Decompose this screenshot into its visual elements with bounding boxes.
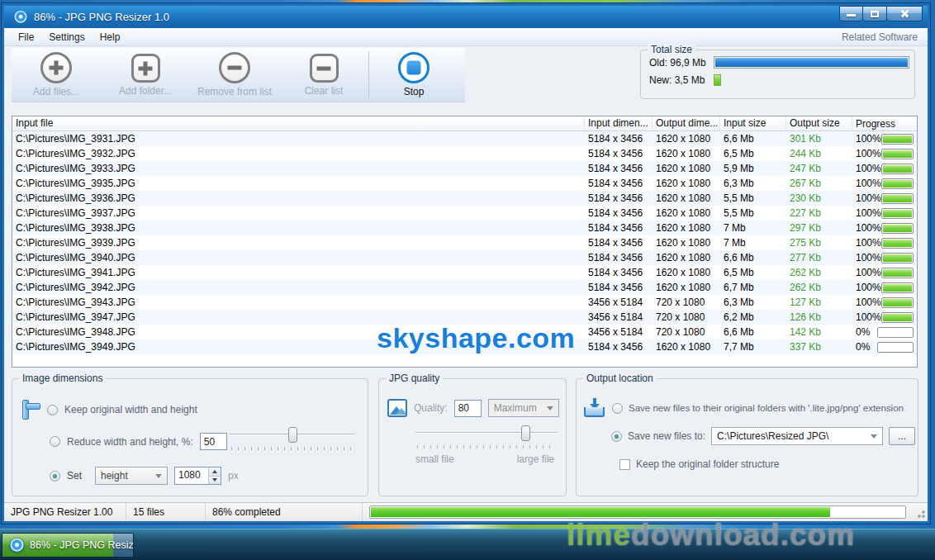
app-icon — [14, 11, 27, 24]
taskbar-app-button[interactable]: 86% - JPG PNG Resiz... — [2, 533, 134, 558]
cell-progress: 100% — [852, 297, 917, 308]
table-row[interactable]: C:\Pictures\IMG_3942.JPG5184 x 34561620 … — [12, 280, 917, 295]
taskbar-app-label: 86% - JPG PNG Resiz... — [30, 539, 134, 551]
cell-input-size: 7,7 Mb — [720, 341, 786, 353]
quality-slider[interactable] — [415, 425, 558, 450]
table-row[interactable]: C:\Pictures\IMG_3937.JPG5184 x 34561620 … — [12, 206, 917, 221]
cell-output-dimensions: 1620 x 1080 — [653, 282, 720, 293]
status-progress-bar — [369, 505, 906, 519]
cell-output-dimensions: 1620 x 1080 — [653, 341, 720, 353]
row-progress-bar — [881, 297, 914, 308]
col-output-dimensions[interactable]: Output dime... — [653, 116, 720, 131]
cell-progress: 100% — [852, 178, 917, 189]
cell-input-dimensions: 5184 x 3456 — [585, 237, 653, 249]
cell-input-size: 6,5 Mb — [720, 267, 786, 278]
cell-output-size: 127 Kb — [786, 297, 852, 308]
keep-folder-structure-checkbox[interactable] — [619, 459, 630, 470]
table-row[interactable]: C:\Pictures\IMG_3940.JPG5184 x 34561620 … — [12, 250, 917, 265]
quality-input[interactable] — [454, 400, 482, 417]
browse-button[interactable]: ... — [889, 427, 915, 445]
cell-input-dimensions: 5184 x 3456 — [585, 192, 653, 204]
status-app-version: JPG PNG Resizer 1.00 — [4, 503, 126, 521]
stepper-up-icon[interactable] — [209, 467, 221, 476]
height-value-stepper[interactable]: 1080 — [174, 467, 221, 485]
cell-input-dimensions: 5184 x 3456 — [585, 148, 653, 159]
table-row[interactable]: C:\Pictures\IMG_3936.JPG5184 x 34561620 … — [12, 191, 917, 206]
cell-input-size: 6,5 Mb — [720, 148, 786, 159]
col-input-size[interactable]: Input size — [720, 116, 786, 131]
close-button[interactable] — [887, 6, 923, 21]
minimize-button[interactable] — [839, 6, 863, 21]
col-progress[interactable]: Progress — [852, 116, 917, 131]
cell-progress: 0% — [852, 326, 917, 338]
reduce-percent-slider[interactable] — [230, 427, 355, 452]
chevron-down-icon — [155, 474, 162, 478]
add-folder-icon — [131, 54, 160, 83]
save-new-files-radio[interactable] — [611, 431, 622, 442]
cell-input-dimensions: 3456 x 5184 — [585, 297, 653, 308]
output-path-combobox[interactable]: C:\Pictures\Resized JPG\ — [711, 427, 883, 445]
set-dimension-radio[interactable] — [50, 471, 60, 482]
table-row[interactable]: C:\Pictures\IMG_3941.JPG5184 x 34561620 … — [12, 265, 917, 280]
table-row[interactable]: C:\Pictures\IMG_3931.JPG5184 x 34561620 … — [12, 131, 917, 146]
reduce-percent-label: Reduce width and height, %: — [67, 436, 193, 448]
cell-input-file: C:\Pictures\IMG_3931.JPG — [12, 133, 585, 145]
stop-icon — [398, 52, 430, 83]
cell-input-dimensions: 5184 x 3456 — [585, 267, 653, 278]
cell-input-size: 6,3 Mb — [720, 178, 786, 189]
cell-output-dimensions: 720 x 1080 — [653, 311, 720, 323]
save-original-folders-label: Save new files to their original folders… — [629, 403, 904, 413]
reduce-percent-input[interactable] — [200, 433, 227, 450]
cell-output-size: 126 Kb — [786, 311, 852, 323]
cell-input-file: C:\Pictures\IMG_3940.JPG — [12, 252, 585, 263]
add-files-icon — [40, 52, 72, 83]
cell-output-dimensions: 1620 x 1080 — [653, 192, 720, 204]
stepper-down-icon[interactable] — [209, 476, 221, 485]
cell-input-dimensions: 5184 x 3456 — [585, 163, 653, 174]
file-table-body: C:\Pictures\IMG_3931.JPG5184 x 34561620 … — [12, 131, 917, 354]
table-row[interactable]: C:\Pictures\IMG_3939.JPG5184 x 34561620 … — [12, 235, 917, 250]
cell-progress: 100% — [852, 252, 917, 263]
add-folder-button[interactable]: Add folder... — [101, 48, 190, 102]
dimension-select[interactable]: height — [95, 467, 168, 485]
table-row[interactable]: C:\Pictures\IMG_3932.JPG5184 x 34561620 … — [12, 146, 917, 161]
quality-preset-select[interactable]: Maximum — [488, 399, 559, 417]
cell-output-size: 337 Kb — [786, 341, 852, 353]
cell-output-size: 301 Kb — [786, 133, 852, 145]
title-bar[interactable]: 86% - JPG PNG Resizer 1.0 — [4, 6, 928, 28]
table-row[interactable]: C:\Pictures\IMG_3935.JPG5184 x 34561620 … — [12, 176, 917, 191]
menu-help[interactable]: Help — [93, 30, 128, 45]
menu-file[interactable]: File — [11, 30, 41, 45]
cell-progress: 100% — [852, 222, 917, 234]
cell-output-size: 275 Kb — [786, 237, 852, 249]
new-size-bar — [714, 74, 721, 86]
col-input-file[interactable]: Input file — [12, 116, 585, 131]
cell-output-dimensions: 1620 x 1080 — [653, 133, 720, 145]
stop-button[interactable]: Stop — [369, 48, 458, 102]
cell-input-file: C:\Pictures\IMG_3941.JPG — [12, 267, 585, 278]
row-progress-bar — [881, 208, 914, 219]
clear-list-button[interactable]: Clear list — [279, 48, 368, 102]
status-files-count: 15 files — [126, 503, 206, 521]
resize-grip[interactable] — [915, 508, 925, 518]
related-software-link[interactable]: Related Software — [842, 31, 921, 43]
remove-from-list-button[interactable]: Remove from list — [190, 48, 279, 102]
table-row[interactable]: C:\Pictures\IMG_3943.JPG3456 x 5184720 x… — [12, 295, 917, 310]
row-progress-bar — [881, 178, 914, 189]
file-table-header: Input file Input dimen... Output dime...… — [12, 116, 917, 131]
menu-settings[interactable]: Settings — [41, 30, 92, 45]
add-files-button[interactable]: Add files... — [12, 48, 101, 102]
col-output-size[interactable]: Output size — [786, 116, 852, 131]
col-input-dimensions[interactable]: Input dimen... — [585, 116, 653, 131]
maximize-button[interactable] — [863, 6, 887, 21]
window-title: 86% - JPG PNG Resizer 1.0 — [34, 11, 839, 23]
row-progress-bar — [881, 238, 914, 249]
table-row[interactable]: C:\Pictures\IMG_3933.JPG5184 x 34561620 … — [12, 161, 917, 176]
reduce-percent-radio[interactable] — [50, 436, 60, 447]
keep-original-radio[interactable] — [47, 405, 58, 415]
small-file-label: small file — [415, 453, 454, 465]
cell-output-dimensions: 720 x 1080 — [653, 297, 720, 308]
row-progress-bar — [881, 312, 914, 323]
save-original-folders-radio[interactable] — [612, 403, 623, 414]
table-row[interactable]: C:\Pictures\IMG_3938.JPG5184 x 34561620 … — [12, 221, 917, 235]
